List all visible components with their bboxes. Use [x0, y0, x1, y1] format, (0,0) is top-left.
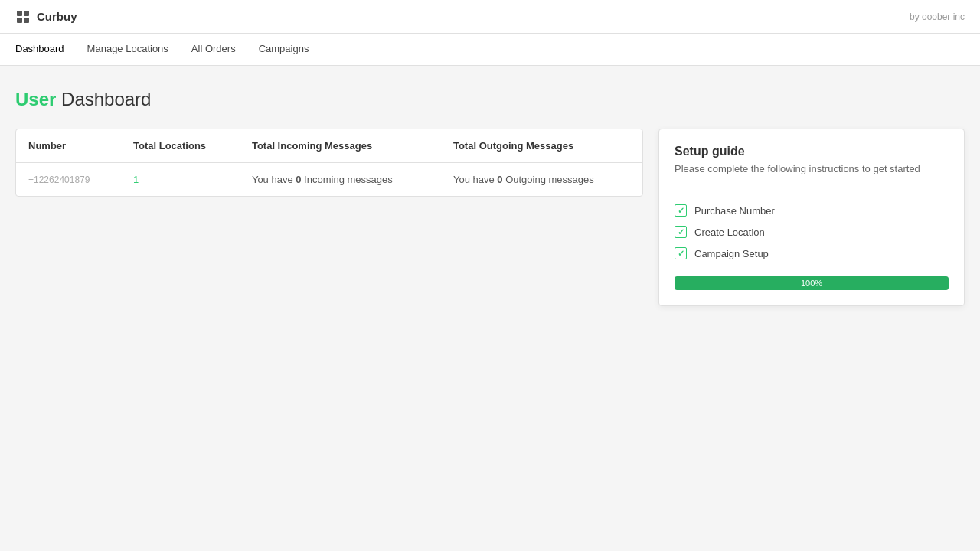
setup-item-create-location: Create Location — [675, 221, 949, 243]
main-content: User Dashboard Number Total Locations To… — [0, 66, 980, 321]
page-title-highlight: User — [15, 89, 56, 109]
outgoing-messages: You have 0 Outgoing messages — [441, 163, 642, 197]
top-bar: Curbuy by ooober inc — [0, 0, 980, 34]
data-table: Number Total Locations Total Incoming Me… — [16, 129, 642, 196]
setup-guide-card: Setup guide Please complete the followin… — [658, 129, 965, 306]
setup-item-label-create-location: Create Location — [694, 227, 765, 238]
logo-area: Curbuy — [15, 9, 77, 24]
logo-icon — [15, 9, 31, 24]
logo-text: Curbuy — [37, 10, 77, 23]
progress-label: 100% — [801, 279, 822, 288]
locations-count: 1 — [133, 174, 139, 185]
svg-rect-0 — [17, 11, 22, 16]
setup-item-purchase-number: Purchase Number — [675, 200, 949, 221]
nav-bar: Dashboard Manage Locations All Orders Ca… — [0, 34, 980, 66]
checkbox-campaign-setup — [675, 247, 687, 259]
setup-guide-title: Setup guide — [675, 145, 949, 158]
table-card: Number Total Locations Total Incoming Me… — [15, 129, 643, 197]
setup-guide-subtitle: Please complete the following instructio… — [675, 163, 949, 187]
col-header-incoming: Total Incoming Messages — [240, 129, 441, 163]
incoming-messages: You have 0 Incoming messages — [240, 163, 441, 197]
svg-rect-2 — [17, 18, 22, 23]
checkbox-purchase-number — [675, 204, 687, 217]
dashboard-layout: Number Total Locations Total Incoming Me… — [15, 129, 965, 306]
nav-item-all-orders[interactable]: All Orders — [191, 34, 236, 65]
nav-item-manage-locations[interactable]: Manage Locations — [87, 34, 168, 65]
checkbox-create-location — [675, 226, 687, 238]
col-header-outgoing: Total Outgoing Messages — [441, 129, 642, 163]
setup-item-label-campaign-setup: Campaign Setup — [694, 248, 769, 259]
page-title-rest: Dashboard — [56, 89, 151, 109]
svg-rect-1 — [24, 11, 29, 16]
page-title: User Dashboard — [15, 89, 965, 110]
setup-items-list: Purchase Number Create Location Campaign… — [675, 200, 949, 264]
col-header-locations: Total Locations — [121, 129, 240, 163]
svg-rect-3 — [24, 18, 29, 23]
progress-bar: 100% — [675, 276, 949, 290]
progress-container: 100% — [675, 276, 949, 290]
col-header-number: Number — [16, 129, 121, 163]
nav-item-dashboard[interactable]: Dashboard — [15, 34, 64, 65]
phone-number: +12262401879 — [28, 174, 90, 185]
setup-item-label-purchase-number: Purchase Number — [694, 205, 775, 217]
company-text: by ooober inc — [910, 11, 965, 22]
table-row: +12262401879 1 You have 0 Incoming messa… — [16, 163, 642, 197]
setup-item-campaign-setup: Campaign Setup — [675, 243, 949, 264]
nav-item-campaigns[interactable]: Campaigns — [259, 34, 309, 65]
